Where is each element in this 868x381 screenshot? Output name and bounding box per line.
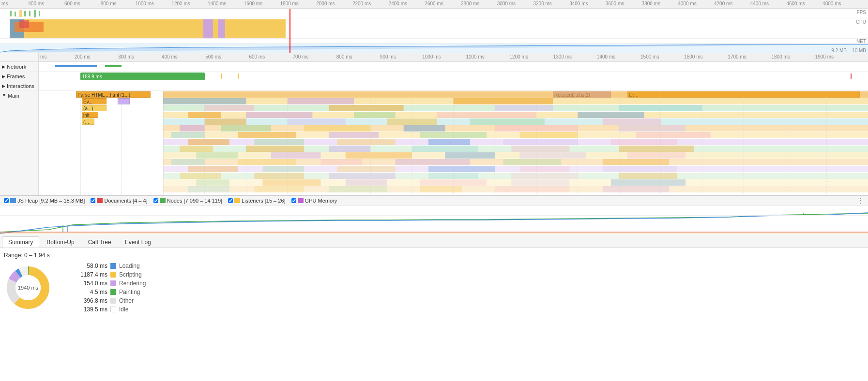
- rendering-value: 154.0 ms: [64, 280, 107, 287]
- svg-rect-47: [428, 139, 470, 145]
- other-label: Other: [119, 297, 134, 304]
- svg-rect-83: [511, 173, 578, 179]
- a-block[interactable]: (a...): [82, 105, 107, 111]
- svg-rect-36: [163, 132, 868, 138]
- ov-ruler-tick: 4400 ms: [750, 1, 769, 6]
- legend-nodes-label: Nodes [7 090 – 14 119]: [167, 198, 222, 204]
- main-track-label[interactable]: ▼ Main: [0, 91, 38, 195]
- init-block[interactable]: init: [82, 112, 98, 118]
- legend-documents-checkbox[interactable]: [91, 198, 95, 203]
- legend-listeners-color: [234, 198, 240, 203]
- summary-body: 1940 ms 58.0 ms Loading 1187.4 ms Script…: [4, 263, 864, 313]
- svg-rect-85: [163, 179, 868, 186]
- ov-ruler-tick: 2200 ms: [352, 1, 371, 6]
- tab-summary[interactable]: Summary: [2, 236, 39, 248]
- ev-sub-block[interactable]: Ev...: [82, 98, 107, 104]
- frames-label-text: Frames: [7, 73, 25, 79]
- cpu-flame-2: [19, 20, 29, 28]
- network-expand-icon: ▶: [2, 64, 5, 69]
- svg-rect-53: [329, 146, 371, 152]
- tl-ruler-tick: 300 ms: [118, 54, 134, 59]
- legend-listeners-checkbox[interactable]: [228, 198, 233, 203]
- loading-label: Loading: [119, 263, 140, 269]
- bottom-panel: Summary Bottom-Up Call Tree Event Log Ra…: [0, 234, 868, 360]
- svg-rect-63: [627, 152, 685, 159]
- legend-gpu-color: [298, 198, 304, 203]
- legend-documents-label: Documents [4 – 4]: [104, 198, 147, 204]
- main-flame-chart[interactable]: Parse HTML ...html (1...) Recalcul...d.j…: [39, 91, 868, 195]
- svg-rect-41: [520, 132, 578, 138]
- svg-rect-88: [346, 179, 387, 186]
- loading-color: [110, 263, 116, 269]
- other-color: [110, 298, 116, 304]
- cpu-render-bar-2: [218, 19, 225, 38]
- svg-rect-60: [346, 152, 412, 159]
- ov-ruler-tick: 3000 ms: [497, 1, 516, 6]
- tl-ruler-tick: 600 ms: [249, 54, 265, 59]
- legend-listeners-label: Listeners [15 – 26]: [242, 198, 286, 204]
- tab-event-log[interactable]: Event Log: [119, 236, 157, 248]
- legend-listeners[interactable]: Listeners [15 – 26]: [228, 198, 286, 204]
- frames-track-label[interactable]: ▶ Frames: [0, 72, 38, 81]
- legend-js-heap[interactable]: JS Heap [9.2 MB – 18.3 MB]: [4, 198, 85, 204]
- tab-bottom-up[interactable]: Bottom-Up: [40, 236, 80, 248]
- memory-settings-icon[interactable]: ⋮: [857, 197, 864, 205]
- scripting-value: 1187.4 ms: [64, 271, 107, 278]
- legend-nodes[interactable]: Nodes [7 090 – 14 119]: [153, 198, 222, 204]
- svg-rect-14: [329, 105, 404, 111]
- heap-value-label: 9.2 MB – 10 MB: [831, 48, 866, 53]
- tab-summary-label: Summary: [8, 239, 33, 246]
- frames-track-content: 189.9 ms: [39, 72, 868, 81]
- svg-rect-75: [428, 166, 495, 172]
- parse-html-block[interactable]: Parse HTML ...html (1...): [76, 91, 151, 98]
- summary-rendering-row: 154.0 ms Rendering: [64, 280, 146, 287]
- cpu-label: CPU: [856, 19, 866, 25]
- memory-chart-svg: [0, 205, 868, 234]
- ev-block[interactable]: Ev...: [627, 91, 860, 98]
- svg-rect-81: [329, 173, 396, 179]
- tl-ruler-tick: 1000 ms: [422, 54, 441, 59]
- svg-rect-33: [404, 125, 445, 132]
- tl-ruler-tick: 1300 ms: [553, 54, 572, 59]
- interactions-track-label[interactable]: ▶ Interactions: [0, 81, 38, 91]
- tl-ruler-tick: 1100 ms: [466, 54, 484, 59]
- range-text: Range: 0 – 1.94 s: [4, 252, 864, 259]
- svg-rect-92: [163, 186, 868, 192]
- svg-rect-72: [188, 166, 238, 172]
- painting-label: Painting: [119, 289, 140, 295]
- tracks-content: 189.9 ms Parse HTML ...html (1...) Recal: [39, 62, 868, 195]
- legend-gpu[interactable]: GPU Memory: [291, 198, 337, 204]
- network-track-label[interactable]: ▶ Network: [0, 62, 38, 72]
- svg-rect-97: [495, 186, 569, 192]
- svg-rect-49: [611, 139, 677, 145]
- legend-nodes-checkbox[interactable]: [153, 198, 158, 203]
- svg-rect-52: [246, 146, 304, 152]
- ov-ruler-tick: 2600 ms: [425, 1, 443, 6]
- memory-chart: [0, 205, 868, 234]
- painting-value: 4.5 ms: [64, 289, 107, 295]
- legend-documents[interactable]: Documents [4 – 4]: [91, 198, 147, 204]
- ov-ruler-tick: 1400 ms: [208, 1, 226, 6]
- bottom-content: Range: 0 – 1.94 s: [0, 248, 868, 360]
- svg-rect-24: [205, 118, 246, 125]
- svg-rect-22: [578, 112, 644, 118]
- legend-js-heap-checkbox[interactable]: [4, 198, 9, 203]
- ov-ruler-tick: 1000 ms: [136, 1, 154, 6]
- svg-rect-16: [619, 105, 702, 111]
- fps-label: FPS: [857, 10, 866, 15]
- svg-rect-68: [396, 159, 470, 165]
- legend-gpu-checkbox[interactable]: [291, 198, 296, 203]
- purple-sub-block[interactable]: [118, 98, 130, 104]
- painting-color: [110, 289, 116, 295]
- svg-rect-78: [163, 173, 868, 179]
- dotdot-block[interactable]: (...: [82, 118, 94, 125]
- tracks-container: ▶ Network ▶ Frames ▶ Interactions ▼ Main: [0, 62, 868, 195]
- heap-track: 9.2 MB – 10 MB: [0, 44, 868, 53]
- svg-rect-65: [171, 159, 205, 165]
- cpu-flame-1: [15, 22, 44, 32]
- bottom-tabs-bar: Summary Bottom-Up Call Tree Event Log: [0, 234, 868, 248]
- frame-marker-2: [238, 73, 239, 79]
- recalcul-block[interactable]: Recalcul...d.js:1): [553, 91, 611, 98]
- tab-call-tree[interactable]: Call Tree: [82, 236, 118, 248]
- svg-rect-19: [246, 112, 312, 118]
